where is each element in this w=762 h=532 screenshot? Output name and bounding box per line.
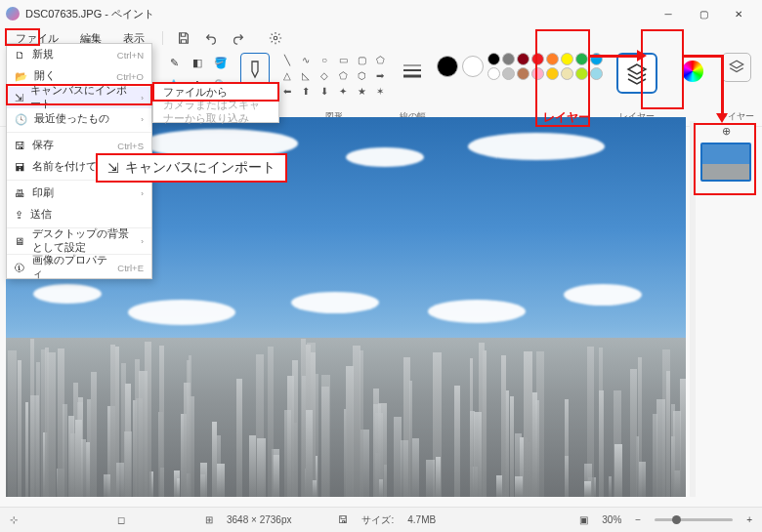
minimize-button[interactable]: ─: [651, 2, 686, 25]
import-submenu: ファイルから カメラまたはスキャナーから取り込み: [152, 82, 279, 123]
color-primary[interactable]: [437, 56, 458, 77]
shape-arrowd-icon[interactable]: ⬇: [317, 84, 332, 98]
zoom-value: 30%: [602, 514, 621, 525]
filesize-icon: 🖫: [338, 514, 348, 525]
layers-panel-toggle[interactable]: [722, 53, 751, 82]
shape-curve-icon[interactable]: ∿: [298, 53, 314, 66]
window-title: DSC07635.JPG - ペイント: [25, 7, 154, 21]
color-swatch[interactable]: [561, 53, 573, 65]
svg-point-0: [274, 36, 277, 40]
open-folder-icon: 📂: [15, 70, 27, 83]
shape-roundrect-icon[interactable]: ▢: [354, 53, 369, 66]
color-swatch[interactable]: [531, 67, 544, 80]
file-print[interactable]: 🖶印刷›: [7, 183, 151, 204]
props-icon: 🛈: [15, 262, 25, 273]
canvas-dims: 3648 × 2736px: [227, 514, 291, 525]
color-secondary[interactable]: [462, 56, 484, 77]
shape-oval-icon[interactable]: ○: [317, 53, 332, 66]
import-callout-icon: ⇲: [107, 160, 119, 176]
shape-tri-icon[interactable]: △: [279, 68, 295, 82]
color-swatch[interactable]: [517, 53, 529, 65]
zoom-slider[interactable]: [655, 518, 733, 521]
color-swatch[interactable]: [502, 67, 515, 80]
import-from-scanner[interactable]: カメラまたはスキャナーから取り込み: [153, 102, 278, 122]
app-icon: [6, 7, 20, 20]
new-file-icon: 🗋: [15, 49, 25, 61]
color-swatch[interactable]: [531, 53, 544, 65]
redo-icon[interactable]: [230, 29, 247, 47]
file-set-bg[interactable]: 🖥デスクトップの背景として設定›: [7, 230, 151, 252]
shape-rtri-icon[interactable]: ◺: [298, 68, 314, 82]
import-callout-text: キャンバスにインポート: [125, 159, 275, 177]
color-swatch[interactable]: [575, 67, 588, 80]
add-layer-button[interactable]: ⊕: [696, 121, 756, 141]
clock-icon: 🕓: [15, 113, 27, 126]
color-swatch[interactable]: [546, 67, 559, 80]
share-icon: ⇪: [15, 209, 23, 221]
fill-icon[interactable]: 🪣: [211, 53, 231, 72]
ribbon-shapes: ╲∿○▭▢⬠ △◺◇⬠⬡➡ ⬅⬆⬇✦★✶ 図形: [279, 53, 388, 123]
zoom-out-button[interactable]: −: [635, 514, 641, 525]
color-swatch[interactable]: [487, 53, 500, 65]
save-icon[interactable]: [175, 29, 192, 47]
stroke-width-tool[interactable]: [398, 53, 427, 88]
shape-star4-icon[interactable]: ✦: [335, 84, 351, 98]
file-props[interactable]: 🛈画像のプロパティCtrl+E: [7, 257, 151, 278]
print-icon: 🖶: [15, 187, 25, 199]
shape-arrowu-icon[interactable]: ⬆: [298, 84, 314, 98]
color-swatch[interactable]: [575, 53, 588, 65]
file-new[interactable]: 🗋新規Ctrl+N: [7, 44, 151, 65]
close-button[interactable]: ✕: [721, 2, 756, 25]
settings-icon[interactable]: [267, 29, 284, 47]
shape-star5-icon[interactable]: ★: [354, 84, 369, 98]
shape-line-icon[interactable]: ╲: [279, 53, 295, 66]
layer-thumb[interactable]: [700, 143, 751, 182]
file-recent[interactable]: 🕓最近使ったもの›: [7, 108, 151, 130]
zoom-fit-icon[interactable]: ▣: [579, 514, 588, 525]
shape-poly-icon[interactable]: ⬠: [372, 53, 388, 66]
shape-star6-icon[interactable]: ✶: [372, 84, 388, 98]
filesize-label: サイズ:: [361, 513, 394, 527]
color-swatch[interactable]: [546, 53, 559, 65]
eraser-icon[interactable]: ◧: [188, 53, 207, 72]
pencil-icon[interactable]: ✎: [164, 53, 184, 72]
undo-icon[interactable]: [202, 29, 220, 47]
color-swatch[interactable]: [517, 67, 529, 80]
ribbon-colors: [437, 53, 603, 123]
file-import[interactable]: ⇲キャンバスにインポート›: [7, 87, 151, 108]
shape-hex-icon[interactable]: ⬡: [354, 68, 369, 82]
color-swatch[interactable]: [487, 67, 500, 80]
zoom-in-button[interactable]: +: [746, 514, 752, 525]
shape-arrowl-icon[interactable]: ⬅: [279, 84, 295, 98]
selection-icon: ◻: [117, 514, 125, 525]
import-icon: ⇲: [15, 92, 23, 103]
file-send[interactable]: ⇪送信: [7, 204, 151, 225]
color-wheel-icon[interactable]: [682, 61, 703, 82]
save-icon: 🖫: [15, 140, 25, 151]
save-as-icon: 🖬: [15, 161, 25, 173]
annotation-callout: ⇲ キャンバスにインポート: [96, 153, 287, 183]
layers-panel: ⊕: [696, 121, 756, 497]
color-swatch[interactable]: [590, 67, 603, 80]
shape-arrowr-icon[interactable]: ➡: [372, 68, 388, 82]
color-swatch[interactable]: [561, 67, 573, 80]
dims-icon: ⊞: [205, 514, 213, 525]
cursor-pos-icon: ⊹: [10, 514, 18, 525]
color-swatch[interactable]: [502, 53, 515, 65]
shape-pent-icon[interactable]: ⬠: [335, 68, 351, 82]
shape-rect-icon[interactable]: ▭: [335, 53, 351, 66]
shape-diamond-icon[interactable]: ◇: [317, 68, 332, 82]
desktop-icon: 🖥: [15, 235, 25, 247]
filesize: 4.7MB: [407, 514, 436, 525]
maximize-button[interactable]: ▢: [686, 2, 721, 25]
